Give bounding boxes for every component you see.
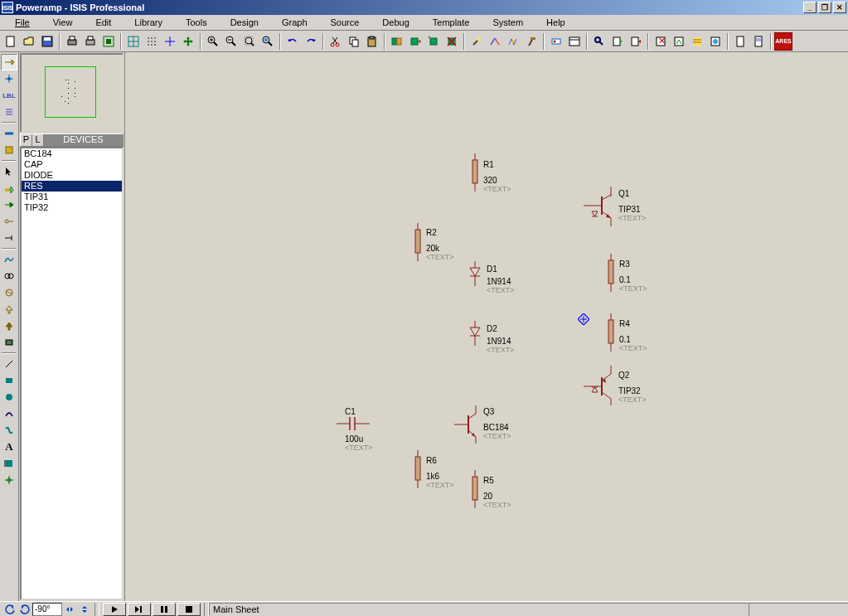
menu-design[interactable]: Design bbox=[219, 16, 270, 29]
cut-button[interactable] bbox=[327, 32, 345, 51]
wire-button[interactable] bbox=[486, 32, 504, 51]
library-device-button[interactable]: L bbox=[32, 134, 44, 146]
import-button[interactable] bbox=[608, 32, 627, 51]
origin-button[interactable] bbox=[161, 32, 179, 51]
menu-view[interactable]: View bbox=[41, 16, 85, 29]
save-button[interactable] bbox=[38, 32, 56, 51]
line-button[interactable] bbox=[1, 356, 17, 372]
angle-input[interactable] bbox=[32, 603, 62, 616]
erc-button[interactable]: ✕ bbox=[652, 32, 670, 51]
mark-output-button[interactable] bbox=[99, 32, 118, 51]
play-button[interactable] bbox=[103, 603, 126, 616]
print-area-button[interactable] bbox=[63, 32, 81, 51]
minimize-button[interactable]: _ bbox=[803, 2, 817, 13]
menu-graph[interactable]: Graph bbox=[270, 16, 319, 29]
list-item[interactable]: TIP31 bbox=[22, 192, 122, 202]
text-button[interactable]: A bbox=[1, 439, 17, 455]
step-button[interactable] bbox=[128, 603, 151, 616]
list-item[interactable]: BC184 bbox=[22, 148, 122, 159]
open-button[interactable] bbox=[20, 32, 38, 51]
zoom-all-button[interactable] bbox=[240, 32, 259, 51]
menu-template[interactable]: Template bbox=[421, 16, 482, 29]
menu-help[interactable]: Help bbox=[535, 16, 577, 29]
component-d2[interactable] bbox=[468, 321, 482, 346]
probe-i-button[interactable] bbox=[1, 318, 17, 334]
pin-button[interactable] bbox=[1, 230, 17, 246]
mirror-h-button[interactable] bbox=[62, 603, 77, 616]
component-q3[interactable] bbox=[454, 405, 486, 444]
grid-button[interactable] bbox=[143, 32, 161, 51]
menu-system[interactable]: System bbox=[481, 16, 535, 29]
refresh-button[interactable] bbox=[124, 32, 143, 51]
ares-button[interactable]: ARES bbox=[774, 32, 792, 51]
report-button[interactable] bbox=[749, 32, 768, 51]
newdoc-button[interactable] bbox=[731, 32, 749, 51]
zoom-in-button[interactable] bbox=[204, 32, 222, 51]
menu-tools[interactable]: Tools bbox=[174, 16, 219, 29]
pick-device-button[interactable]: P bbox=[21, 134, 32, 146]
generator-button[interactable] bbox=[1, 284, 17, 301]
marker-button[interactable] bbox=[1, 472, 17, 488]
block-delete-button[interactable] bbox=[443, 32, 461, 51]
compile-button[interactable] bbox=[706, 32, 724, 51]
list-item[interactable]: CAP bbox=[22, 159, 122, 170]
subcircuit-button[interactable] bbox=[1, 142, 17, 158]
circle-button[interactable] bbox=[1, 389, 17, 405]
copy-button[interactable] bbox=[345, 32, 363, 51]
bus-button[interactable] bbox=[1, 125, 17, 142]
selection-button[interactable] bbox=[1, 163, 17, 180]
component-r5[interactable] bbox=[468, 470, 482, 508]
terminal-button[interactable] bbox=[1, 213, 17, 230]
devices-list[interactable]: BC184 CAP DIODE RES TIP31 TIP32 bbox=[20, 147, 124, 600]
junction-button[interactable] bbox=[1, 70, 17, 87]
redo-button[interactable] bbox=[302, 32, 320, 51]
component-d1[interactable] bbox=[468, 261, 482, 286]
pick-button[interactable] bbox=[468, 32, 486, 51]
schematic-canvas[interactable]: R1 320 <TEXT> R2 20k <TEXT> R3 0.1 <TEXT… bbox=[125, 52, 848, 601]
box-button[interactable] bbox=[1, 372, 17, 389]
netlist-button[interactable] bbox=[670, 32, 688, 51]
new-button[interactable] bbox=[2, 32, 20, 51]
component-r3[interactable] bbox=[604, 254, 618, 292]
zoom-out-button[interactable] bbox=[222, 32, 240, 51]
label-button[interactable]: LBL bbox=[1, 87, 17, 104]
zoom-area-button[interactable] bbox=[259, 32, 277, 51]
overview-window[interactable] bbox=[20, 53, 124, 133]
component-mode-button[interactable] bbox=[1, 54, 17, 70]
component-r1[interactable] bbox=[468, 153, 482, 192]
component-r4[interactable] bbox=[604, 313, 618, 352]
list-item[interactable]: RES bbox=[22, 181, 122, 192]
list-item[interactable]: DIODE bbox=[22, 170, 122, 181]
wire-auto-button[interactable] bbox=[504, 32, 522, 51]
hammer-button[interactable] bbox=[522, 32, 540, 51]
menu-edit[interactable]: Edit bbox=[84, 16, 123, 29]
paste-button[interactable] bbox=[363, 32, 381, 51]
stop-button[interactable] bbox=[177, 603, 201, 616]
undo-button[interactable] bbox=[283, 32, 302, 51]
menu-file[interactable]: File bbox=[3, 16, 41, 29]
rotate-ccw-button[interactable] bbox=[2, 603, 17, 616]
maximize-button[interactable]: ❐ bbox=[818, 2, 831, 13]
property-button[interactable] bbox=[565, 32, 584, 51]
pan-button[interactable] bbox=[179, 32, 197, 51]
mirror-v-button[interactable] bbox=[77, 603, 92, 616]
arc-button[interactable] bbox=[1, 405, 17, 422]
menu-source[interactable]: Source bbox=[319, 16, 371, 29]
block-move-button[interactable] bbox=[406, 32, 424, 51]
menu-debug[interactable]: Debug bbox=[371, 16, 420, 29]
menu-library[interactable]: Library bbox=[123, 16, 174, 29]
script-button[interactable] bbox=[1, 104, 17, 120]
probe-v-button[interactable] bbox=[1, 301, 17, 318]
component-q1[interactable] bbox=[584, 187, 618, 226]
component-r2[interactable] bbox=[411, 223, 424, 261]
search-button[interactable] bbox=[590, 32, 608, 51]
export-button[interactable] bbox=[627, 32, 645, 51]
tape-button[interactable] bbox=[1, 268, 17, 284]
print-button[interactable] bbox=[81, 32, 99, 51]
rotate-cw-button[interactable] bbox=[17, 603, 32, 616]
graph-button[interactable] bbox=[1, 251, 17, 268]
block-copy-button[interactable] bbox=[388, 32, 406, 51]
symbol-button[interactable] bbox=[1, 455, 17, 472]
bom-button[interactable] bbox=[688, 32, 706, 51]
list-item[interactable]: TIP32 bbox=[22, 202, 122, 213]
